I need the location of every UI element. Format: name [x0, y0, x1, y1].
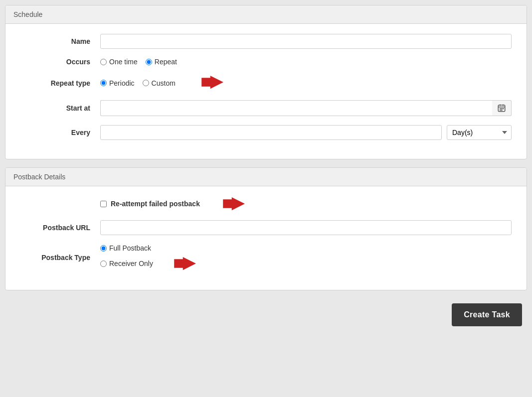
postback-title: Postback Details	[13, 173, 65, 181]
repeat-type-periodic[interactable]: Periodic	[100, 79, 135, 87]
receiver-only-radio[interactable]	[100, 261, 107, 267]
start-at-wrap: 02/15/2019 3:07 PM	[100, 100, 512, 116]
reattempt-row: Re-attempt failed postback	[100, 196, 512, 211]
repeat-type-options: Periodic Custom	[100, 75, 512, 91]
postback-url-wrap	[100, 220, 512, 235]
create-task-button[interactable]: Create Task	[452, 303, 522, 326]
periodic-label[interactable]: Periodic	[109, 79, 135, 87]
postback-receiver-only[interactable]: Receiver Only	[100, 260, 153, 267]
occurs-label: Occurs	[20, 58, 100, 66]
postback-type-wrap: Full Postback Receiver Only	[100, 244, 512, 271]
calendar-button[interactable]	[492, 100, 512, 116]
postback-panel-body: Re-attempt failed postback Postback URL …	[5, 186, 527, 290]
svg-rect-8	[500, 110, 501, 111]
schedule-panel-body: Name Occurs One time Repeat Repeat type	[5, 24, 527, 159]
postback-panel: Postback Details Re-attempt failed postb…	[5, 167, 527, 290]
occurs-repeat-radio[interactable]	[146, 59, 152, 65]
calendar-icon	[497, 104, 506, 113]
receiver-only-row: Receiver Only	[100, 256, 196, 271]
full-postback-radio[interactable]	[100, 245, 107, 252]
occurs-one-time[interactable]: One time	[100, 58, 138, 66]
svg-rect-9	[501, 110, 502, 111]
full-postback-label[interactable]: Full Postback	[109, 244, 151, 252]
postback-url-input[interactable]	[100, 220, 512, 235]
start-at-label: Start at	[20, 104, 100, 112]
occurs-repeat-label[interactable]: Repeat	[155, 58, 177, 66]
start-at-input-group: 02/15/2019 3:07 PM	[100, 100, 512, 116]
footer-area: Create Task	[5, 298, 527, 331]
postback-full[interactable]: Full Postback	[100, 244, 196, 252]
svg-marker-11	[174, 257, 196, 270]
custom-radio[interactable]	[143, 80, 149, 86]
schedule-panel: Schedule Name Occurs One time Repeat	[5, 5, 527, 159]
repeat-type-custom[interactable]: Custom	[143, 79, 176, 87]
repeat-type-label: Repeat type	[20, 79, 100, 87]
occurs-one-time-radio[interactable]	[100, 59, 107, 65]
occurs-row: Occurs One time Repeat	[20, 58, 512, 66]
reattempt-checkbox[interactable]	[100, 201, 107, 207]
postback-panel-header: Postback Details	[5, 168, 527, 186]
postback-type-arrow	[161, 256, 196, 271]
postback-type-options: Full Postback Receiver Only	[100, 244, 196, 271]
custom-arrow	[188, 75, 223, 91]
every-label: Every	[20, 129, 100, 136]
name-input[interactable]	[100, 34, 512, 49]
svg-marker-0	[201, 76, 223, 89]
reattempt-arrow	[210, 196, 245, 211]
schedule-title: Schedule	[13, 10, 42, 18]
occurs-one-time-label[interactable]: One time	[109, 58, 138, 66]
svg-rect-5	[500, 108, 501, 109]
repeat-type-row: Repeat type Periodic Custom	[20, 75, 512, 91]
schedule-panel-header: Schedule	[5, 5, 527, 24]
postback-url-label: Postback URL	[20, 224, 100, 232]
start-at-input[interactable]: 02/15/2019 3:07 PM	[100, 100, 492, 116]
receiver-only-label[interactable]: Receiver Only	[109, 260, 153, 267]
name-input-wrap	[100, 34, 512, 49]
svg-rect-6	[501, 108, 502, 109]
svg-marker-10	[223, 197, 245, 210]
every-input[interactable]: 1	[100, 125, 442, 140]
custom-label[interactable]: Custom	[152, 79, 176, 87]
reattempt-label[interactable]: Re-attempt failed postback	[111, 200, 200, 208]
name-row: Name	[20, 34, 512, 49]
postback-type-row: Postback Type Full Postback Receiver Onl…	[20, 244, 512, 271]
occurs-repeat[interactable]: Repeat	[146, 58, 177, 66]
every-unit-select[interactable]: Day(s) Hour(s) Minute(s) Week(s) Month(s…	[447, 125, 512, 140]
postback-type-label: Postback Type	[20, 254, 100, 262]
occurs-options: One time Repeat	[100, 58, 512, 66]
every-wrap: 1 Day(s) Hour(s) Minute(s) Week(s) Month…	[100, 125, 512, 140]
start-at-row: Start at 02/15/2019 3:07 PM	[20, 100, 512, 116]
postback-url-row: Postback URL	[20, 220, 512, 235]
svg-rect-7	[503, 108, 504, 109]
every-row: Every 1 Day(s) Hour(s) Minute(s) Week(s)…	[20, 125, 512, 140]
periodic-radio[interactable]	[100, 80, 107, 86]
name-label: Name	[20, 37, 100, 45]
